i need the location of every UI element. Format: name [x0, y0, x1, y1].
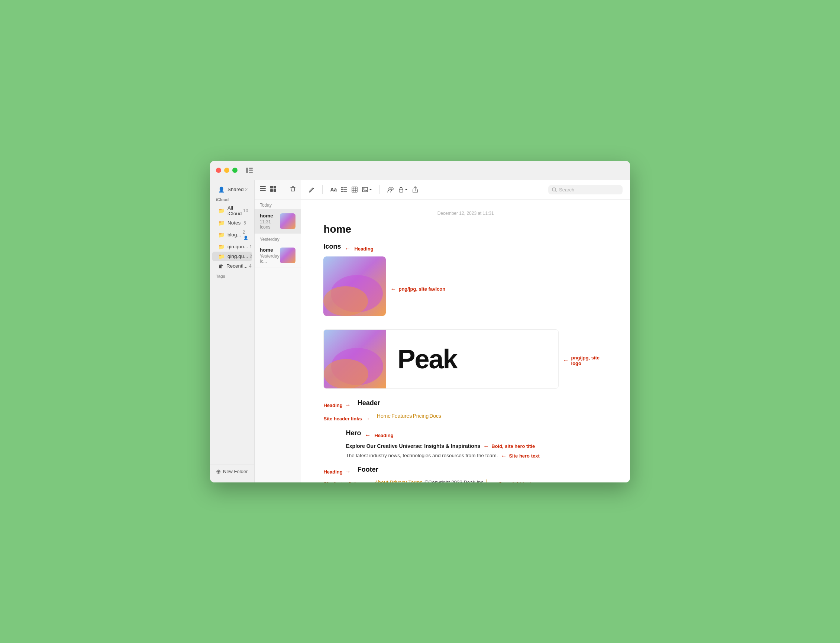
editor-title[interactable]: home	[323, 224, 608, 235]
maximize-button[interactable]	[232, 168, 238, 173]
note-thumb-yesterday	[280, 248, 295, 263]
table-icon[interactable]	[352, 186, 357, 193]
lock-icon[interactable]	[398, 186, 408, 193]
toolbar-group-format: Aa	[330, 186, 372, 193]
note-meta-yesterday: Yesterday Ic...	[260, 253, 277, 264]
sidebar-item-shared[interactable]: 👤 Shared 2	[212, 185, 252, 194]
notes-list-toolbar	[254, 180, 301, 199]
header-link-docs[interactable]: Docs	[429, 413, 441, 419]
icons-section: Icons ← Heading	[323, 243, 608, 392]
toolbar-sep-1	[322, 185, 323, 194]
logo-annotation: png/jpg, site logo	[571, 355, 608, 366]
close-button[interactable]	[216, 168, 221, 173]
header-left-annotation: Heading →	[323, 402, 351, 408]
note-meta-today: 11:31 Icons	[260, 219, 277, 230]
footer-link-privacy[interactable]: Privacy	[390, 480, 407, 482]
site-header-links-annotation: Site header links	[323, 416, 362, 421]
footer-link-terms[interactable]: Terms	[408, 480, 422, 482]
sidebar-item-all-icloud[interactable]: 📁 All iCloud 10	[212, 203, 252, 218]
grid-view-icon[interactable]	[270, 186, 276, 193]
footer-heading-annotation: Heading	[323, 469, 343, 475]
svg-rect-0	[246, 168, 248, 173]
minimize-button[interactable]	[224, 168, 229, 173]
titlebar	[210, 161, 630, 180]
search-input[interactable]	[559, 187, 615, 193]
logo-row: Peak ← png/jpg, site logo	[323, 329, 608, 392]
svg-rect-8	[274, 186, 276, 188]
list-view-icon[interactable]	[260, 186, 266, 193]
icloud-section-label: iCloud	[210, 194, 254, 203]
footer-link-about[interactable]: About	[375, 480, 388, 482]
format-text-icon[interactable]: Aa	[330, 186, 337, 193]
svg-point-33	[324, 359, 368, 389]
sidebar-item-notes[interactable]: 📁 Notes 5	[212, 218, 252, 228]
header-links-arrow: →	[364, 416, 370, 422]
checklist-icon[interactable]	[341, 187, 347, 192]
main-layout: 👤 Shared 2 iCloud 📁 All iCloud 10 📁 Note…	[210, 180, 630, 482]
footer-links: About Privacy Terms ©Copyright 2023 Peak…	[375, 480, 487, 482]
icons-annotation: Heading	[354, 246, 373, 251]
editor-toolbar: Aa	[301, 180, 630, 199]
sidebar-shared-label: Shared	[227, 186, 244, 192]
qing-qu-badge: 2	[250, 254, 252, 259]
notes-list-panel: Today home 11:31 Icons Yesterday home Ye…	[254, 180, 302, 482]
logo-annotation-group: ← png/jpg, site logo	[563, 355, 608, 366]
qin-quo-label: qin.quo...	[227, 244, 248, 250]
all-icloud-label: All iCloud	[227, 205, 241, 216]
search-icon	[552, 187, 557, 192]
header-right-arrow: →	[345, 402, 351, 408]
svg-rect-7	[270, 186, 273, 188]
footer-links-annotation-group: Site footer links →	[323, 481, 368, 482]
hero-text-arrow: ←	[501, 453, 507, 459]
folder-icon: 📁	[218, 208, 225, 214]
hero-title-arrow: ←	[483, 443, 489, 450]
svg-point-25	[391, 188, 393, 190]
footer-links-arrow: →	[362, 481, 368, 482]
recently-label: Recentl...	[226, 263, 248, 269]
note-item-home-today[interactable]: home 11:31 Icons	[254, 209, 301, 234]
header-link-home[interactable]: Home	[377, 413, 391, 419]
sidebar-item-qin-quo[interactable]: 📁 qin.quo... 1	[212, 242, 252, 251]
header-heading: Header	[357, 399, 380, 407]
hero-annotation: Heading	[374, 432, 393, 438]
svg-rect-4	[260, 186, 266, 187]
editor-timestamp: December 12, 2023 at 11:31	[323, 211, 608, 216]
trash-icon: 🗑	[218, 263, 223, 269]
sidebar-footer: ⊕ New Folder	[210, 465, 254, 478]
header-link-pricing[interactable]: Pricing	[413, 413, 429, 419]
footer-heading: Footer	[357, 466, 378, 473]
share-icon[interactable]	[412, 186, 418, 193]
sidebar-toggle-button[interactable]	[243, 164, 255, 176]
compose-icon[interactable]	[308, 186, 315, 193]
search-bar[interactable]	[548, 185, 623, 194]
logo-image	[324, 329, 386, 389]
svg-point-14	[341, 187, 343, 188]
favicon-row: ← png/jpg, site favicon	[323, 256, 608, 322]
toolbar-sep-2	[380, 185, 380, 194]
traffic-lights	[216, 168, 238, 173]
footer-left-annotation-group: Heading →	[323, 468, 351, 475]
hero-heading-row: Hero ← Heading	[346, 429, 608, 442]
hero-title-annotation-group: ← Bold, site hero title	[483, 443, 535, 450]
footer-links-annotation: Site footer links	[323, 481, 360, 482]
sidebar: 👤 Shared 2 iCloud 📁 All iCloud 10 📁 Note…	[210, 180, 254, 482]
site-header-links-annotation-group: Site header links →	[323, 416, 370, 422]
svg-point-16	[341, 191, 343, 192]
svg-point-24	[389, 188, 391, 190]
sidebar-item-recently[interactable]: 🗑 Recentl... 4	[212, 261, 252, 271]
notes-badge: 5	[243, 220, 246, 225]
new-folder-label: New Folder	[223, 469, 248, 474]
sidebar-item-qing-qu[interactable]: 📁 qing.qu... 2	[212, 251, 252, 261]
header-link-features[interactable]: Features	[391, 413, 412, 419]
header-links: Home Features Pricing Docs	[377, 413, 441, 419]
sidebar-item-blog[interactable]: 📁 blog... 2 👤	[212, 228, 252, 242]
media-icon[interactable]	[362, 187, 372, 192]
svg-rect-2	[249, 170, 253, 171]
favicon-annotation-group: ← png/jpg, site favicon	[390, 286, 445, 292]
collab-icon[interactable]	[387, 186, 394, 193]
favicon-image	[323, 256, 386, 316]
svg-rect-22	[362, 187, 368, 192]
delete-icon[interactable]	[290, 186, 295, 193]
new-folder-button[interactable]: ⊕ New Folder	[216, 468, 248, 475]
note-item-home-yesterday[interactable]: home Yesterday Ic...	[254, 243, 301, 268]
